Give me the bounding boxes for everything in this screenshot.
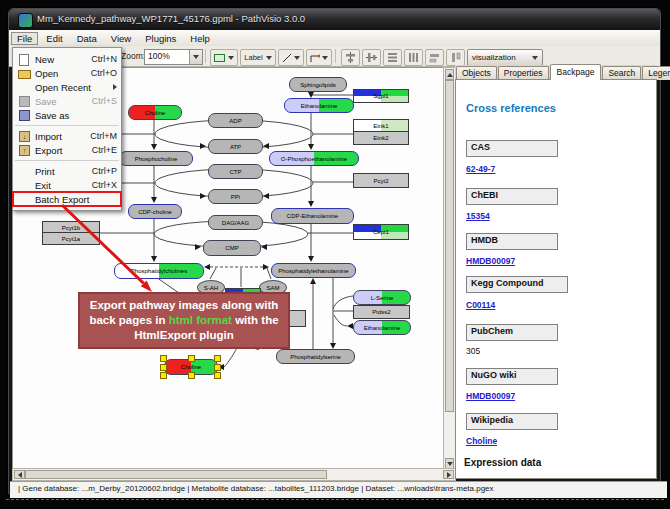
ref-value-pubchem: 305 — [466, 346, 480, 356]
node-cmp[interactable]: CMP — [203, 240, 261, 256]
node-sphingolipids[interactable]: Sphingolipids — [289, 77, 347, 92]
label-tool-text: Label — [244, 53, 262, 62]
canvas-horizontal-scrollbar[interactable] — [12, 468, 456, 481]
menu-data[interactable]: Data — [71, 32, 103, 45]
selection-handle[interactable] — [160, 355, 167, 362]
app-icon — [18, 13, 33, 28]
distribute-columns-button[interactable] — [404, 49, 423, 66]
ref-link-kegg[interactable]: C00114 — [466, 300, 495, 310]
ref-link-nugo[interactable]: HMDB00097 — [466, 391, 515, 401]
file-menu-new[interactable]: NewCtrl+N — [13, 52, 121, 66]
zoom-label: Zoom: — [121, 51, 145, 61]
scroll-right-icon[interactable] — [443, 470, 454, 479]
selection-handle[interactable] — [188, 355, 195, 362]
node-o-phosphoethanolamine[interactable]: O-Phosphoethanolamine — [269, 151, 359, 166]
genebox-hidden-gray[interactable] — [289, 310, 306, 327]
node-atp[interactable]: ATP — [208, 139, 263, 154]
genebox-ptdss2[interactable]: Ptdss2 — [353, 305, 410, 319]
selection-handle[interactable] — [214, 372, 221, 379]
node-phosphatidylcholines[interactable]: Phosphatidylcholines — [114, 263, 204, 279]
node-phosphocholine[interactable]: Phosphocholine — [119, 151, 193, 166]
visualization-value: visualization — [472, 53, 527, 62]
menu-bar: File Edit Data View Plugins Help — [9, 30, 660, 47]
menu-edit[interactable]: Edit — [40, 32, 68, 45]
distribute-rows-button[interactable] — [383, 49, 402, 66]
node-phosphatidylethanolamine[interactable]: Phosphatidylethanolamine — [271, 263, 356, 278]
ref-link-hmdb[interactable]: HMDB00097 — [466, 256, 515, 266]
file-menu-import[interactable]: ↓ ImportCtrl+M — [13, 129, 121, 143]
file-menu-batch-export[interactable]: Batch Export — [13, 192, 121, 206]
file-menu-export[interactable]: ↑ ExportCtrl+E — [13, 143, 121, 157]
common-width-button[interactable] — [425, 49, 444, 66]
ref-link-cas[interactable]: 62-49-7 — [466, 164, 495, 174]
selection-handle[interactable] — [188, 372, 195, 379]
node-l-serine[interactable]: L-Serine — [353, 290, 411, 305]
node-ctp[interactable]: CTP — [208, 164, 263, 179]
node-cdp-choline[interactable]: CDP-choline — [128, 204, 182, 219]
file-menu-exit[interactable]: ExitCtrl+X — [13, 178, 121, 192]
file-menu-open[interactable]: OpenCtrl+O — [13, 66, 121, 80]
node-cdp-ethanolamine[interactable]: CDP-Ethanolamine — [271, 208, 354, 224]
zoom-combobox[interactable]: 100% — [144, 49, 203, 65]
cross-references-heading: Cross references — [466, 102, 556, 114]
align-middle-button[interactable] — [362, 49, 381, 66]
line-tool-button[interactable] — [278, 49, 304, 66]
menu-help[interactable]: Help — [184, 32, 216, 45]
common-height-button[interactable] — [446, 49, 465, 66]
menu-view[interactable]: View — [105, 32, 137, 45]
file-menu-open-recent[interactable]: Open Recent — [13, 80, 121, 94]
tab-objects[interactable]: Objects — [456, 66, 497, 80]
node-dag-aag[interactable]: DAG/AAG — [208, 215, 263, 230]
align-center-button[interactable] — [341, 49, 360, 66]
scroll-up-icon[interactable] — [445, 69, 454, 80]
node-choline-top[interactable]: Choline — [128, 105, 182, 120]
side-panel-tabs: Objects Properties Backpage Search Legen… — [455, 65, 657, 80]
ref-link-wikipedia[interactable]: Choline — [466, 436, 497, 446]
node-ethanolamine-top[interactable]: Ethanolamine — [284, 98, 354, 113]
gene-node-icon — [214, 54, 225, 62]
visualization-combobox[interactable]: visualization — [467, 49, 543, 66]
menu-plugins[interactable]: Plugins — [139, 32, 182, 45]
align-middle-icon — [366, 52, 377, 63]
menu-separator — [15, 125, 119, 126]
common-height-icon — [450, 52, 461, 63]
datanode-tool-button[interactable] — [210, 49, 238, 66]
genebox-etnk2[interactable]: Etnk2 — [353, 131, 409, 145]
selection-handle[interactable] — [160, 372, 167, 379]
genebox-pcyt2[interactable]: Pcyt2 — [353, 173, 409, 188]
node-adp[interactable]: ADP — [208, 113, 263, 128]
save-icon — [17, 96, 31, 107]
genebox-sgpl1[interactable]: Sgpl1 — [353, 89, 409, 103]
tab-legend[interactable]: Legend — [642, 66, 670, 80]
node-ethanolamine-bottom[interactable]: Ethanolamine — [353, 320, 411, 335]
node-phosphatidylserine[interactable]: Phosphatidylserine — [276, 349, 355, 364]
new-file-icon — [17, 54, 31, 65]
ref-section-pubchem: PubChem — [466, 324, 558, 341]
menu-file[interactable]: File — [11, 32, 38, 45]
ref-link-chebi[interactable]: 15354 — [466, 211, 490, 221]
file-menu-print[interactable]: PrintCtrl+P — [13, 164, 121, 178]
scroll-left-icon[interactable] — [14, 470, 25, 479]
vertical-scroll-thumb[interactable] — [445, 80, 454, 412]
file-menu-save-as[interactable]: Save as — [13, 108, 121, 122]
zoom-dropdown-icon[interactable] — [189, 50, 202, 64]
genebox-pcyt1a[interactable]: Pcyt1a — [42, 232, 100, 245]
ref-section-cas: CAS — [466, 140, 558, 157]
title-bar[interactable]: Mm_Kennedy_pathway_WP1771_45176.gpml - P… — [9, 9, 660, 30]
label-tool-button[interactable]: Label — [240, 49, 276, 66]
selected-node-wrapper: Choline — [164, 359, 216, 373]
horizontal-scroll-thumb[interactable] — [25, 470, 327, 479]
connector-tool-button[interactable] — [306, 49, 332, 66]
export-icon: ↑ — [17, 145, 31, 156]
selection-handle[interactable] — [214, 355, 221, 362]
backpage-content: Cross references CAS 62-49-7 ChEBI 15354… — [455, 79, 657, 479]
menu-separator — [15, 160, 119, 161]
tab-search[interactable]: Search — [602, 66, 641, 80]
tab-backpage[interactable]: Backpage — [550, 64, 602, 80]
node-ppi[interactable]: PPi — [208, 189, 263, 204]
selection-handle[interactable] — [214, 364, 221, 371]
selection-handle[interactable] — [160, 364, 167, 371]
genebox-cept1[interactable]: Cept1 — [353, 224, 409, 240]
ref-section-kegg: Kegg Compound — [466, 276, 568, 293]
tab-properties[interactable]: Properties — [498, 66, 549, 80]
